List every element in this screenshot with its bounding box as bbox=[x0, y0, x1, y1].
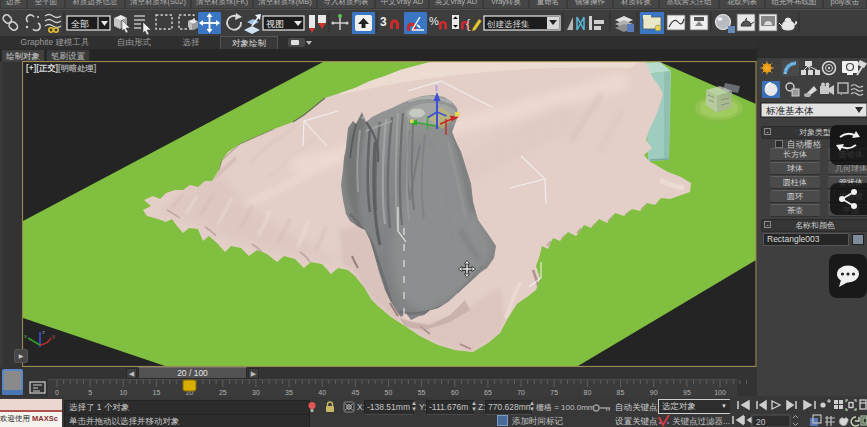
svg-text:视图: 视图 bbox=[266, 19, 284, 29]
svg-text:[+][正交][明暗处理]: [+][正交][明暗处理] bbox=[26, 63, 97, 73]
svg-text:75: 75 bbox=[550, 389, 558, 396]
svg-text:5: 5 bbox=[88, 389, 92, 396]
svg-text:90: 90 bbox=[650, 389, 658, 396]
svg-text:95: 95 bbox=[683, 389, 691, 396]
svg-text:15: 15 bbox=[153, 389, 161, 396]
svg-text:.: . bbox=[840, 87, 843, 97]
svg-text:85: 85 bbox=[617, 389, 625, 396]
svg-text:30: 30 bbox=[252, 389, 260, 396]
svg-text:10: 10 bbox=[119, 389, 127, 396]
svg-text:y: y bbox=[52, 333, 55, 339]
svg-text:x: x bbox=[24, 333, 27, 339]
svg-text:40: 40 bbox=[318, 389, 326, 396]
svg-text:3: 3 bbox=[380, 15, 387, 29]
svg-text:100: 100 bbox=[714, 389, 726, 396]
svg-text:25: 25 bbox=[219, 389, 227, 396]
svg-text:60: 60 bbox=[451, 389, 459, 396]
svg-text:z: z bbox=[42, 329, 45, 335]
svg-text:{: { bbox=[466, 16, 471, 31]
svg-text:55: 55 bbox=[418, 389, 426, 396]
svg-text:80: 80 bbox=[584, 389, 592, 396]
svg-text:65: 65 bbox=[484, 389, 492, 396]
svg-text:50: 50 bbox=[385, 389, 393, 396]
svg-text:%: % bbox=[429, 15, 439, 27]
svg-text:0: 0 bbox=[55, 389, 59, 396]
svg-text:45: 45 bbox=[352, 389, 360, 396]
svg-text:35: 35 bbox=[285, 389, 293, 396]
svg-text:70: 70 bbox=[517, 389, 525, 396]
svg-text:全部: 全部 bbox=[71, 19, 89, 29]
svg-text:创建选择集: 创建选择集 bbox=[486, 19, 530, 29]
svg-text:标准基本体: 标准基本体 bbox=[765, 105, 814, 116]
svg-text:20: 20 bbox=[756, 417, 766, 427]
